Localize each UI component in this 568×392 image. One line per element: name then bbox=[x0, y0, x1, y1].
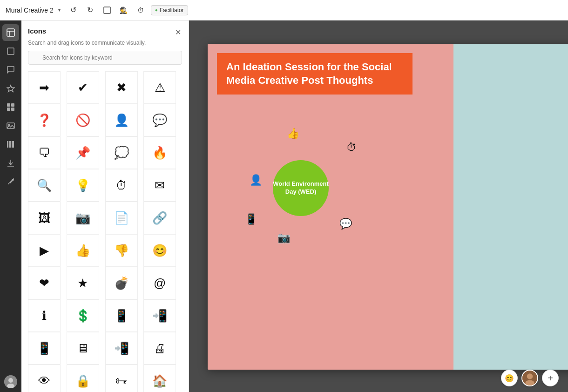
svg-rect-8 bbox=[7, 108, 10, 111]
canvas-title: An Ideation Session for the Social Media… bbox=[226, 61, 403, 87]
svg-rect-7 bbox=[11, 103, 14, 107]
icon-stopwatch[interactable]: ⏱ bbox=[105, 169, 138, 202]
icon-star[interactable]: ★ bbox=[67, 267, 99, 299]
svg-rect-10 bbox=[7, 123, 14, 128]
svg-marker-5 bbox=[7, 85, 14, 92]
sidebar-user-avatar[interactable] bbox=[4, 375, 17, 388]
icons-panel-subtitle: Search and drag icons to communicate vis… bbox=[21, 38, 189, 51]
icon-key[interactable]: 🗝 bbox=[105, 365, 138, 392]
facilitator-label: Facilitator bbox=[160, 7, 184, 14]
diagram-container: 👍 ⏱ 👤 📱 📷 💬 World Environment Day (WED) bbox=[236, 123, 366, 253]
add-participant-button[interactable]: + bbox=[542, 370, 559, 386]
icon-document[interactable]: 📄 bbox=[105, 202, 138, 234]
diagram-icon-thumbsup: 👍 bbox=[287, 128, 299, 140]
timer-button[interactable]: ⏱ bbox=[134, 4, 147, 17]
mural-canvas: An Ideation Session for the Social Media… bbox=[208, 44, 568, 370]
icon-printer[interactable]: 🖨 bbox=[143, 332, 176, 365]
facilitator-badge[interactable]: ● Facilitator bbox=[151, 5, 188, 15]
sidebar-item-pen[interactable] bbox=[2, 173, 19, 190]
center-circle: World Environment Day (WED) bbox=[273, 160, 329, 216]
diagram-icon-camera: 📷 bbox=[277, 232, 290, 244]
icon-x-circle[interactable]: ✖ bbox=[105, 71, 138, 104]
icon-at[interactable]: @ bbox=[143, 267, 176, 299]
icon-tablet[interactable]: 📲 bbox=[105, 332, 138, 365]
canvas-area[interactable]: An Ideation Session for the Social Media… bbox=[189, 20, 568, 392]
svg-rect-9 bbox=[11, 108, 14, 111]
svg-rect-1 bbox=[7, 29, 14, 36]
svg-line-16 bbox=[8, 182, 10, 184]
icon-image[interactable]: 🖼 bbox=[28, 202, 61, 234]
sidebar-item-star[interactable] bbox=[2, 80, 19, 97]
sidebar-item-sticky[interactable] bbox=[2, 43, 19, 60]
svg-point-33 bbox=[525, 380, 534, 385]
topbar: Mural Creative 2 ▾ ↺ ↻ 🕵 ⏱ ● Facilitator bbox=[0, 0, 568, 20]
icon-eye[interactable]: 👁 bbox=[28, 365, 61, 392]
undo-button[interactable]: ↺ bbox=[67, 4, 80, 17]
icon-bomb[interactable]: 💣 bbox=[105, 267, 138, 299]
spy-button[interactable]: 🕵 bbox=[117, 4, 130, 17]
icons-grid: ➡ ✔ ✖ ⚠ ❓ 🚫 👤 💬 🗨 📌 💭 🔥 🔍 💡 ⏱ ✉ bbox=[21, 69, 189, 392]
icon-home[interactable]: 🏠 bbox=[143, 365, 176, 392]
icon-search[interactable]: 🔍 bbox=[28, 169, 61, 202]
icon-arrow-right[interactable]: ➡ bbox=[28, 71, 61, 104]
frame-button[interactable] bbox=[101, 4, 114, 17]
svg-point-20 bbox=[7, 384, 14, 388]
main-layout: Icons ✕ Search and drag icons to communi… bbox=[0, 20, 568, 392]
icons-search-input[interactable] bbox=[28, 51, 182, 65]
left-sidebar bbox=[0, 20, 21, 392]
sidebar-item-image[interactable] bbox=[2, 117, 19, 134]
icon-lock[interactable]: 🔒 bbox=[67, 365, 99, 392]
svg-rect-13 bbox=[9, 141, 11, 148]
diagram-icon-person: 👤 bbox=[250, 174, 262, 186]
icon-ban[interactable]: 🚫 bbox=[67, 104, 99, 136]
redo-button[interactable]: ↻ bbox=[84, 4, 97, 17]
svg-rect-12 bbox=[7, 141, 8, 148]
svg-rect-14 bbox=[12, 141, 14, 148]
icon-smiley[interactable]: 😊 bbox=[143, 234, 176, 267]
icons-panel-title: Icons bbox=[28, 27, 46, 35]
icon-cloud-speech[interactable]: 🗨 bbox=[28, 136, 61, 169]
icon-person[interactable]: 👤 bbox=[105, 104, 138, 136]
diagram-icon-stopwatch: ⏱ bbox=[346, 142, 357, 154]
icon-monitor[interactable]: 🖥 bbox=[67, 332, 99, 365]
bottom-action-bar: 😊 + bbox=[501, 370, 559, 386]
icon-checkmark[interactable]: ✔ bbox=[67, 71, 99, 104]
icon-question[interactable]: ❓ bbox=[28, 104, 61, 136]
icon-pin[interactable]: 📌 bbox=[67, 136, 99, 169]
icon-dollar[interactable]: 💲 bbox=[67, 299, 99, 332]
icon-thumbs-down[interactable]: 👎 bbox=[105, 234, 138, 267]
icon-speech-bubble[interactable]: 💬 bbox=[143, 104, 176, 136]
icon-lightbulb[interactable]: 💡 bbox=[67, 169, 99, 202]
icon-thought-bubble[interactable]: 💭 bbox=[105, 136, 138, 169]
icon-camera[interactable]: 📷 bbox=[67, 202, 99, 234]
icons-panel-header: Icons ✕ bbox=[21, 20, 189, 38]
svg-rect-6 bbox=[7, 103, 10, 107]
emoji-button[interactable]: 😊 bbox=[501, 370, 518, 386]
icon-envelope[interactable]: ✉ bbox=[143, 169, 176, 202]
sidebar-item-grid[interactable] bbox=[2, 99, 19, 115]
user-avatar-button[interactable] bbox=[521, 370, 538, 386]
sidebar-item-nav[interactable] bbox=[2, 24, 19, 41]
canvas-right-panel: MUO ▶ 12 3 9 bbox=[453, 44, 568, 370]
icon-heart[interactable]: ❤ bbox=[28, 267, 61, 299]
icon-mobile[interactable]: 📱 bbox=[28, 332, 61, 365]
topbar-chevron-icon[interactable]: ▾ bbox=[58, 7, 61, 13]
svg-point-19 bbox=[8, 378, 13, 383]
icons-panel-close-button[interactable]: ✕ bbox=[174, 27, 182, 38]
icon-feature-phone[interactable]: 📱 bbox=[105, 299, 138, 332]
icon-play[interactable]: ▶ bbox=[28, 234, 61, 267]
sidebar-item-import[interactable] bbox=[2, 155, 19, 171]
sidebar-item-library[interactable] bbox=[2, 136, 19, 153]
sidebar-item-comment[interactable] bbox=[2, 61, 19, 78]
icon-info[interactable]: ℹ bbox=[28, 299, 61, 332]
icon-warning[interactable]: ⚠ bbox=[143, 71, 176, 104]
diagram-icon-chat: 💬 bbox=[339, 218, 352, 230]
facilitator-dot-icon: ● bbox=[155, 7, 158, 13]
svg-rect-0 bbox=[104, 7, 110, 14]
icons-panel: Icons ✕ Search and drag icons to communi… bbox=[21, 20, 189, 392]
icon-thumbs-up[interactable]: 👍 bbox=[67, 234, 99, 267]
icon-fire[interactable]: 🔥 bbox=[143, 136, 176, 169]
topbar-title[interactable]: Mural Creative 2 bbox=[6, 7, 54, 14]
icon-smartphone[interactable]: 📲 bbox=[143, 299, 176, 332]
icon-link[interactable]: 🔗 bbox=[143, 202, 176, 234]
